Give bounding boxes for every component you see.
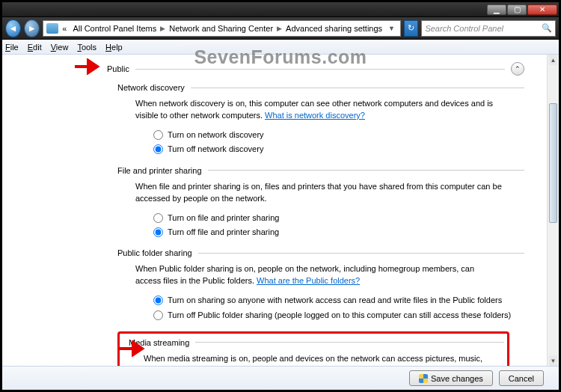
- menu-help[interactable]: Help: [105, 43, 123, 52]
- network-discovery-section: Network discovery When network discovery…: [117, 83, 524, 156]
- divider: [191, 88, 524, 88]
- address-bar[interactable]: « All Control Panel Items ▶ Network and …: [43, 20, 401, 37]
- radio-label[interactable]: Turn off Public folder sharing (people l…: [168, 310, 524, 321]
- shield-icon: [419, 374, 428, 383]
- divider: [195, 342, 504, 343]
- save-changes-button[interactable]: Save changes: [409, 370, 493, 386]
- back-button[interactable]: ◄: [5, 19, 21, 37]
- titlebar: ▁ ▢ ✕: [2, 2, 559, 17]
- maximize-button[interactable]: ▢: [507, 4, 527, 15]
- chevron-right-icon[interactable]: ▶: [277, 25, 282, 32]
- scroll-thumb[interactable]: [549, 103, 557, 223]
- radio-public-folder-off[interactable]: [153, 310, 163, 320]
- radio-file-printer-on[interactable]: [153, 213, 163, 223]
- profile-title: Public: [107, 64, 129, 73]
- help-link[interactable]: What is network discovery?: [265, 111, 365, 120]
- breadcrumb-item[interactable]: Advanced sharing settings: [283, 24, 384, 33]
- file-printer-section: File and printer sharing When file and p…: [117, 166, 524, 239]
- button-label: Save changes: [431, 374, 483, 383]
- breadcrumb-item[interactable]: All Control Panel Items: [70, 24, 159, 33]
- media-streaming-highlight: Media streaming When media streaming is …: [117, 331, 509, 366]
- search-placeholder: Search Control Panel: [425, 24, 503, 33]
- menu-tools[interactable]: Tools: [77, 43, 96, 52]
- radio-label[interactable]: Turn off file and printer sharing: [168, 227, 524, 238]
- section-desc: When file and printer sharing is on, fil…: [135, 181, 502, 205]
- chevron-right-icon[interactable]: ▶: [160, 25, 165, 32]
- cancel-button[interactable]: Cancel: [499, 370, 544, 386]
- section-title: File and printer sharing: [117, 166, 202, 175]
- radio-public-folder-on[interactable]: [153, 295, 163, 305]
- forward-button[interactable]: ►: [24, 19, 40, 37]
- scroll-area: Public ⌃ Network discovery When network …: [2, 55, 547, 366]
- breadcrumb-item[interactable]: Network and Sharing Center: [167, 24, 275, 33]
- folder-icon: [46, 23, 58, 34]
- help-link[interactable]: What are the Public folders?: [257, 276, 360, 285]
- section-title: Public folder sharing: [117, 248, 192, 257]
- address-dropdown[interactable]: ▼: [386, 25, 397, 32]
- breadcrumb-prefix[interactable]: «: [60, 24, 69, 33]
- window: ▁ ▢ ✕ ◄ ► « All Control Panel Items ▶ Ne…: [1, 1, 560, 391]
- content: Public ⌃ Network discovery When network …: [2, 55, 559, 390]
- button-label: Cancel: [509, 374, 534, 383]
- collapse-button[interactable]: ⌃: [511, 62, 524, 76]
- radio-label[interactable]: Turn off network discovery: [168, 144, 524, 155]
- profile-header[interactable]: Public ⌃: [107, 62, 524, 76]
- footer: Save changes Cancel: [2, 366, 559, 390]
- section-title: Media streaming: [129, 338, 189, 347]
- search-icon[interactable]: 🔍: [542, 23, 552, 33]
- section-title: Network discovery: [117, 83, 185, 92]
- menu-view[interactable]: View: [51, 43, 69, 52]
- radio-network-discovery-off[interactable]: [153, 144, 163, 154]
- divider: [208, 170, 524, 171]
- scroll-up-arrow[interactable]: ▲: [549, 55, 557, 65]
- radio-label[interactable]: Turn on network discovery: [168, 129, 524, 141]
- section-desc: When Public folder sharing is on, people…: [135, 263, 502, 287]
- scroll-down-arrow[interactable]: ▼: [549, 355, 557, 366]
- menu-bar: File Edit View Tools Help: [2, 40, 559, 55]
- radio-network-discovery-on[interactable]: [153, 130, 163, 140]
- minimize-button[interactable]: ▁: [487, 4, 506, 15]
- close-button[interactable]: ✕: [527, 4, 557, 15]
- radio-file-printer-off[interactable]: [153, 227, 163, 237]
- section-desc: When media streaming is on, people and d…: [144, 353, 495, 366]
- refresh-button[interactable]: ↻: [404, 20, 418, 37]
- public-folder-section: Public folder sharing When Public folder…: [117, 248, 524, 321]
- navbar: ◄ ► « All Control Panel Items ▶ Network …: [2, 17, 559, 40]
- vertical-scrollbar[interactable]: ▲ ▼: [547, 55, 559, 366]
- search-input[interactable]: Search Control Panel 🔍: [421, 20, 556, 37]
- divider: [135, 69, 505, 70]
- radio-label[interactable]: Turn on sharing so anyone with network a…: [168, 295, 524, 306]
- menu-file[interactable]: File: [5, 43, 19, 52]
- section-desc: When network discovery is on, this compu…: [135, 98, 502, 122]
- radio-label[interactable]: Turn on file and printer sharing: [168, 212, 524, 224]
- divider: [198, 253, 524, 254]
- menu-edit[interactable]: Edit: [28, 43, 42, 52]
